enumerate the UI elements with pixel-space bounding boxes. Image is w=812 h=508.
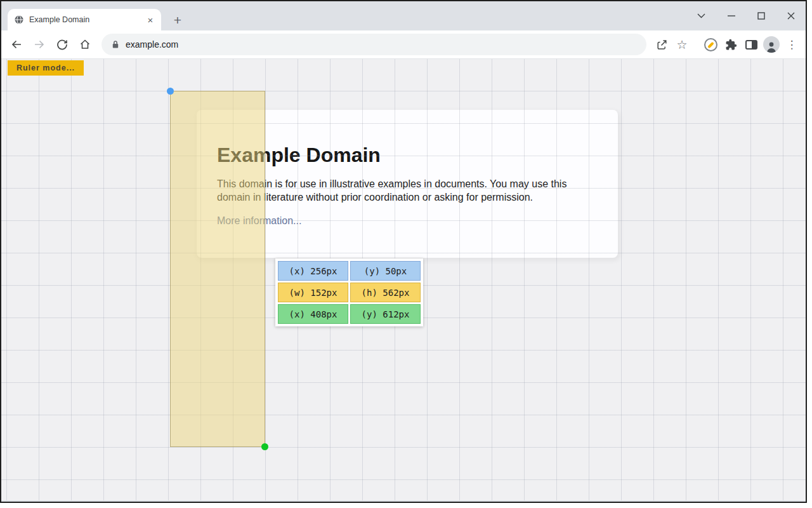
tab-close-icon[interactable]: × (145, 14, 156, 25)
tab-title: Example Domain (29, 15, 145, 24)
ruler-mode-badge[interactable]: Ruler mode... (8, 60, 84, 76)
tab-example-domain[interactable]: Example Domain × (8, 9, 161, 30)
home-icon[interactable] (75, 34, 95, 55)
menu-kebab-icon[interactable]: ⋮ (782, 35, 801, 54)
lock-icon[interactable] (110, 39, 121, 50)
tab-strip: Example Domain × + (1, 1, 806, 30)
measure-badge-x2: (x) 408px (278, 304, 348, 324)
back-icon[interactable] (6, 34, 27, 55)
side-panel-icon[interactable] (742, 35, 761, 54)
browser-window: Example Domain × + (0, 0, 807, 503)
maximize-button[interactable] (746, 1, 776, 30)
minimize-button[interactable] (716, 1, 746, 30)
measure-badge-y2: (y) 612px (350, 304, 421, 324)
window-controls (686, 1, 806, 30)
forward-icon[interactable] (29, 34, 49, 55)
measure-start-handle[interactable] (167, 88, 174, 95)
page-title: Example Domain (217, 144, 598, 167)
measurement-panel: (x) 256px (y) 50px (w) 152px (h) 562px (… (275, 258, 423, 326)
reload-icon[interactable] (52, 34, 72, 55)
share-icon[interactable] (652, 35, 671, 54)
new-tab-button[interactable]: + (169, 11, 187, 29)
extensions-puzzle-icon[interactable] (721, 35, 740, 54)
globe-favicon-icon (14, 15, 24, 25)
measure-badge-w: (w) 152px (278, 283, 348, 302)
ruler-extension-icon[interactable] (701, 35, 720, 54)
page-viewport: Example Domain This domain is for use in… (1, 59, 806, 500)
measure-badge-y: (y) 50px (350, 261, 421, 281)
bookmark-star-icon[interactable]: ☆ (672, 35, 691, 54)
measure-badge-h: (h) 562px (350, 283, 421, 302)
profile-avatar[interactable] (762, 35, 781, 54)
close-window-button[interactable] (776, 1, 806, 30)
address-bar[interactable]: example.com (102, 34, 646, 55)
measure-end-handle[interactable] (261, 443, 268, 450)
measure-badge-x: (x) 256px (278, 261, 348, 281)
ruler-extension-glyph (704, 38, 717, 51)
tab-search-chevron-icon[interactable] (686, 1, 716, 30)
page-paragraph: This domain is for use in illustrative e… (217, 177, 598, 204)
toolbar: example.com ☆ (1, 30, 806, 59)
measured-region[interactable] (170, 91, 265, 447)
url-text[interactable]: example.com (126, 39, 178, 50)
